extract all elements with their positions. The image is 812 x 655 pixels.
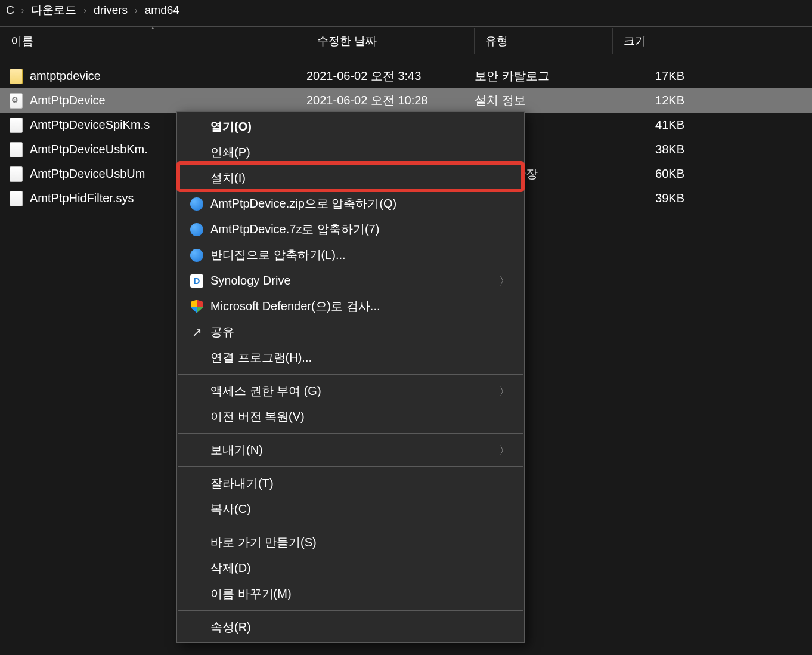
column-date[interactable]: 수정한 날짜 — [306, 28, 475, 54]
menu-restore-label: 이전 버전 복원(V) — [210, 409, 510, 425]
breadcrumb-item[interactable]: C — [6, 4, 14, 17]
bandizip-icon — [190, 249, 210, 262]
column-name-label: 이름 — [11, 33, 33, 49]
menu-separator — [178, 526, 523, 526]
file-size: 38KB — [613, 143, 696, 156]
defender-icon — [190, 300, 210, 313]
file-icon — [10, 142, 23, 157]
synology-icon: D — [190, 274, 210, 288]
menu-restore[interactable]: 이전 버전 복원(V) — [177, 404, 524, 430]
inf-file-icon — [10, 93, 23, 109]
column-type-label: 유형 — [485, 33, 508, 49]
menu-cut[interactable]: 잘라내기(T) — [177, 471, 524, 496]
menu-install-label: 설치(I) — [210, 170, 510, 186]
menu-print[interactable]: 인쇄(P) — [177, 140, 524, 165]
menu-access[interactable]: 액세스 권한 부여 (G) 〉 — [177, 378, 524, 404]
context-menu: 열기(O) 인쇄(P) 설치(I) AmtPtpDevice.zip으로 압축하… — [176, 111, 525, 643]
menu-defender[interactable]: Microsoft Defender(으)로 검사... — [177, 293, 524, 319]
menu-synology-label: Synology Drive — [210, 274, 499, 288]
chevron-right-icon: 〉 — [499, 384, 510, 398]
menu-print-label: 인쇄(P) — [210, 144, 510, 160]
menu-share[interactable]: ↗ 공유 — [177, 319, 524, 345]
menu-send-to-label: 보내기(N) — [210, 442, 499, 458]
menu-compress-bandizip[interactable]: 반디집으로 압축하기(L)... — [177, 242, 524, 268]
file-size: 60KB — [613, 167, 696, 181]
menu-delete-label: 삭제(D) — [210, 560, 510, 576]
bandizip-icon — [190, 197, 210, 211]
menu-copy-label: 복사(C) — [210, 501, 510, 517]
menu-separator — [178, 466, 523, 467]
menu-rename-label: 이름 바꾸기(M) — [210, 586, 510, 602]
sort-asc-icon: ˄ — [151, 26, 155, 35]
menu-install[interactable]: 설치(I) — [177, 165, 524, 191]
file-type: 설치 정보 — [475, 92, 613, 109]
menu-separator — [178, 433, 523, 434]
column-name[interactable]: ˄ 이름 — [0, 28, 306, 54]
breadcrumb-item[interactable]: 다운로드 — [31, 2, 76, 18]
file-type: 보안 카탈로그 — [475, 68, 613, 84]
file-size: 39KB — [613, 191, 696, 205]
menu-compress-7z[interactable]: AmtPtpDevice.7z로 압축하기(7) — [177, 217, 524, 242]
breadcrumb-item[interactable]: drivers — [94, 4, 128, 17]
menu-compress-zip[interactable]: AmtPtpDevice.zip으로 압축하기(Q) — [177, 191, 524, 217]
menu-shortcut-label: 바로 가기 만들기(S) — [210, 534, 510, 551]
menu-defender-label: Microsoft Defender(으)로 검사... — [210, 298, 510, 314]
breadcrumb-item[interactable]: amd64 — [145, 4, 179, 17]
chevron-right-icon: › — [135, 5, 138, 15]
chevron-right-icon: 〉 — [499, 443, 510, 458]
file-date: 2021-06-02 오전 3:43 — [306, 68, 475, 84]
file-size: 12KB — [613, 94, 696, 107]
catalog-file-icon — [10, 69, 23, 84]
bandizip-icon — [190, 223, 210, 236]
file-icon — [10, 166, 23, 182]
file-size: 17KB — [613, 69, 696, 83]
menu-open-label: 열기(O) — [210, 119, 510, 135]
menu-open[interactable]: 열기(O) — [177, 114, 524, 140]
menu-send-to[interactable]: 보내기(N) 〉 — [177, 437, 524, 463]
chevron-right-icon: › — [21, 5, 24, 15]
menu-properties[interactable]: 속성(R) — [177, 614, 524, 640]
share-icon: ↗ — [190, 326, 210, 339]
menu-access-label: 액세스 권한 부여 (G) — [210, 383, 499, 399]
menu-separator — [178, 610, 523, 611]
menu-shortcut[interactable]: 바로 가기 만들기(S) — [177, 530, 524, 555]
column-type[interactable]: 유형 — [475, 28, 613, 54]
menu-share-label: 공유 — [210, 324, 510, 340]
file-size: 41KB — [613, 118, 696, 132]
file-row[interactable]: AmtPtpDevice 2021-06-02 오전 10:28 설치 정보 1… — [0, 88, 812, 113]
menu-open-with[interactable]: 연결 프로그램(H)... — [177, 345, 524, 370]
menu-copy[interactable]: 복사(C) — [177, 496, 524, 522]
menu-zip-label: AmtPtpDevice.zip으로 압축하기(Q) — [210, 196, 510, 212]
menu-cut-label: 잘라내기(T) — [210, 475, 510, 492]
file-date: 2021-06-02 오전 10:28 — [306, 92, 475, 109]
chevron-right-icon: › — [83, 5, 86, 15]
menu-7z-label: AmtPtpDevice.7z로 압축하기(7) — [210, 221, 510, 237]
menu-open-with-label: 연결 프로그램(H)... — [210, 350, 510, 366]
menu-delete[interactable]: 삭제(D) — [177, 555, 524, 581]
file-row[interactable]: amtptpdevice 2021-06-02 오전 3:43 보안 카탈로그 … — [0, 64, 812, 88]
file-icon — [10, 191, 23, 206]
column-date-label: 수정한 날짜 — [317, 33, 377, 49]
column-headers: ˄ 이름 수정한 날짜 유형 크기 — [0, 28, 812, 54]
menu-separator — [178, 374, 523, 375]
column-size[interactable]: 크기 — [613, 28, 696, 54]
column-size-label: 크기 — [624, 33, 646, 49]
menu-properties-label: 속성(R) — [210, 619, 510, 635]
divider — [0, 26, 812, 27]
menu-rename[interactable]: 이름 바꾸기(M) — [177, 581, 524, 607]
menu-synology[interactable]: D Synology Drive 〉 — [177, 268, 524, 293]
file-name: AmtPtpDevice — [30, 94, 306, 107]
menu-bandizip-label: 반디집으로 압축하기(L)... — [210, 247, 510, 263]
file-icon — [10, 118, 23, 133]
file-name: amtptpdevice — [30, 69, 306, 83]
breadcrumb[interactable]: C › 다운로드 › drivers › amd64 — [0, 0, 812, 26]
chevron-right-icon: 〉 — [499, 274, 510, 288]
